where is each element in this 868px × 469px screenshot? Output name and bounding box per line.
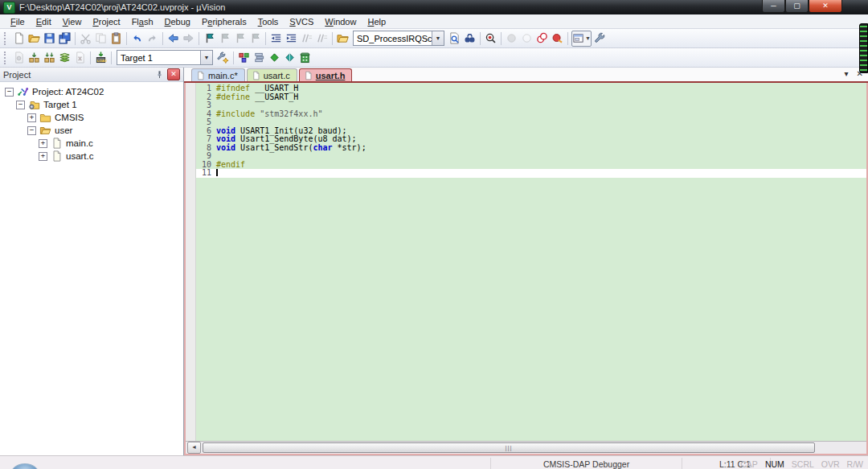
- manage-books-button[interactable]: [297, 50, 313, 65]
- uncomment-selection-icon: [316, 32, 328, 44]
- pack-installer-button[interactable]: [282, 50, 297, 65]
- tree-item-project-at24c02[interactable]: −Project: AT24C02: [0, 85, 183, 98]
- find-in-files-button[interactable]: [447, 31, 462, 46]
- menu-help[interactable]: Help: [362, 16, 391, 27]
- target-combo[interactable]: Target 1▼: [117, 50, 213, 65]
- search-combo-dropdown-icon[interactable]: ▼: [432, 31, 444, 45]
- line-number: 7: [186, 135, 216, 144]
- toolbar-grip[interactable]: [4, 32, 9, 45]
- disable-all-breakpoints-icon: [551, 32, 563, 44]
- kill-all-breakpoints-button[interactable]: [534, 31, 550, 46]
- search-combo[interactable]: SD_ProcessIRQScr▼: [353, 31, 444, 46]
- save-all-button[interactable]: [57, 31, 72, 46]
- disable-all-breakpoints-button[interactable]: [550, 31, 565, 46]
- indicator-ovr: OVR: [821, 459, 840, 469]
- collapse-icon[interactable]: −: [16, 101, 25, 109]
- open-file-button[interactable]: [27, 31, 42, 46]
- menu-peripherals[interactable]: Peripherals: [196, 16, 252, 27]
- tree-item-cmsis[interactable]: +CMSIS: [0, 111, 183, 124]
- search-books-button[interactable]: [483, 31, 498, 46]
- toolbar-separator: [567, 32, 568, 45]
- menu-project[interactable]: Project: [87, 16, 125, 27]
- select-software-packs-button[interactable]: [267, 50, 282, 65]
- tree-item-target-1[interactable]: −Target 1: [0, 98, 183, 111]
- tree-item-label: Project: AT24C02: [32, 87, 104, 97]
- collapse-icon[interactable]: −: [27, 126, 36, 135]
- expand-icon[interactable]: +: [39, 152, 47, 161]
- menu-tools[interactable]: Tools: [252, 16, 285, 27]
- toolbar-grip[interactable]: [4, 51, 9, 64]
- window-title: F:\Desktop\AT24C02\proj\AT24C02.uvprojx …: [19, 2, 865, 12]
- batch-build-button[interactable]: [57, 50, 72, 65]
- new-file-button[interactable]: [11, 31, 27, 46]
- toggle-bookmark-icon: [203, 32, 215, 44]
- find-in-files-scope-button[interactable]: [335, 31, 350, 46]
- code-editor[interactable]: 1#ifndef __USART_H2#define __USART_H34#i…: [186, 83, 866, 441]
- manage-run-time-environment-button[interactable]: [236, 50, 252, 65]
- target-combo-dropdown-icon[interactable]: ▼: [200, 51, 212, 64]
- project-panel-header: Project ✕: [0, 68, 183, 82]
- download-to-flash-button[interactable]: LOAD: [93, 50, 108, 65]
- outdent-button[interactable]: [268, 31, 284, 46]
- options-for-target-button[interactable]: [215, 50, 231, 65]
- configure-button[interactable]: [592, 31, 608, 46]
- toolbar-separator: [199, 32, 199, 45]
- tab-usart-c[interactable]: usart.c: [247, 68, 297, 81]
- h-scrollbar-thumb[interactable]: |||: [203, 442, 815, 453]
- navigate-back-button[interactable]: [166, 31, 181, 46]
- rebuild-all-button[interactable]: [42, 50, 57, 65]
- indicator-num: NUM: [765, 459, 784, 469]
- project-icon: [17, 86, 29, 97]
- find-button[interactable]: [462, 31, 477, 46]
- minimize-button[interactable]: ─: [762, 0, 785, 13]
- tree-item-usart-c[interactable]: +usart.c: [0, 150, 183, 163]
- find-in-files-icon: [448, 32, 461, 44]
- windows-start-orb[interactable]: [10, 463, 39, 469]
- tree-item-main-c[interactable]: +main.c: [0, 137, 183, 150]
- tab-list-dropdown-icon[interactable]: ▾: [845, 69, 849, 78]
- manage-project-items-button[interactable]: [252, 50, 267, 65]
- menu-debug[interactable]: Debug: [159, 16, 196, 27]
- menu-window[interactable]: Window: [319, 16, 362, 27]
- h-scrollbar[interactable]: ◄ |||: [186, 441, 866, 454]
- expand-icon[interactable]: +: [27, 113, 36, 122]
- navigate-forward-button: [181, 31, 196, 46]
- file-icon: [51, 150, 63, 162]
- indent-button[interactable]: [284, 31, 299, 46]
- collapse-icon[interactable]: −: [5, 88, 14, 97]
- undo-button[interactable]: [129, 31, 145, 46]
- menu-flash[interactable]: Flash: [126, 16, 159, 27]
- maximize-button[interactable]: ▢: [785, 0, 809, 13]
- main-area: Project ✕ −Project: AT24C02−Target 1+CMS…: [0, 68, 868, 455]
- tab-main-c[interactable]: main.c*: [191, 68, 245, 81]
- document-tab-bar: main.c*usart.cusart.h ▾ ✕: [184, 68, 868, 83]
- build-button[interactable]: [27, 50, 42, 65]
- pin-icon[interactable]: [154, 69, 165, 80]
- menu-view[interactable]: View: [57, 16, 88, 27]
- options-for-target-icon: [217, 51, 229, 64]
- toggle-bookmark-button[interactable]: [202, 31, 217, 46]
- document-icon: [196, 71, 205, 80]
- menu-svcs[interactable]: SVCS: [284, 16, 319, 27]
- paste-button[interactable]: [108, 31, 124, 46]
- scroll-left-button[interactable]: ◄: [187, 442, 201, 454]
- search-books-icon: [485, 32, 497, 44]
- project-panel-close-icon[interactable]: ✕: [167, 68, 180, 80]
- save-all-icon: [59, 32, 71, 44]
- toolbar-separator: [480, 32, 481, 45]
- redo-button: [145, 31, 160, 46]
- toolbar-separator: [75, 32, 76, 45]
- find-in-files-scope-icon: [337, 32, 349, 44]
- debug-windows-dropdown-icon[interactable]: ▼: [585, 35, 591, 41]
- save-button[interactable]: [42, 31, 57, 46]
- expand-icon[interactable]: +: [39, 139, 47, 148]
- debug-windows-button[interactable]: ▼: [571, 31, 592, 47]
- tree-item-label: main.c: [66, 138, 93, 148]
- project-panel: Project ✕ −Project: AT24C02−Target 1+CMS…: [0, 68, 184, 455]
- uncomment-selection-button: [314, 31, 330, 46]
- tab-usart-h[interactable]: usart.h: [299, 68, 353, 81]
- menu-file[interactable]: File: [5, 16, 31, 27]
- menu-edit[interactable]: Edit: [31, 16, 57, 27]
- close-button[interactable]: ✕: [809, 0, 842, 13]
- tree-item-user[interactable]: −user: [0, 124, 183, 137]
